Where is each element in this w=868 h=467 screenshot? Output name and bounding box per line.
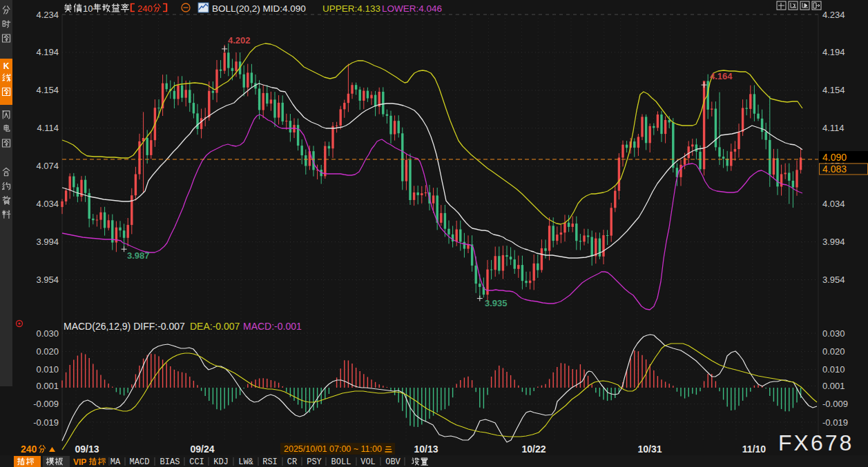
svg-text:09/13: 09/13 [75,444,99,455]
svg-text:MACD: MACD [130,457,150,467]
svg-text:4.164: 4.164 [710,71,733,81]
svg-text:MA: MA [110,457,121,467]
svg-text:11/10: 11/10 [742,444,766,455]
svg-text:3.954: 3.954 [36,275,59,285]
svg-text:4.114: 4.114 [37,123,59,133]
svg-text:BIAS: BIAS [160,457,180,467]
svg-text:UPPER:4.133: UPPER:4.133 [322,3,380,14]
svg-text:4.034: 4.034 [822,199,845,209]
svg-text:PSY: PSY [307,457,322,467]
svg-text:10/13: 10/13 [414,444,438,455]
svg-text:4.154: 4.154 [36,85,59,95]
svg-text:240: 240 [21,444,37,455]
svg-text:LOWER:4.046: LOWER:4.046 [382,3,442,14]
svg-text:-0.009: -0.009 [822,399,848,409]
svg-text:4.154: 4.154 [822,85,845,95]
svg-text:-0.019: -0.019 [822,417,848,428]
svg-text:3.994: 3.994 [822,237,845,247]
svg-text:BOLL(20,2) MID:4.090: BOLL(20,2) MID:4.090 [212,3,306,14]
svg-text:09/24: 09/24 [190,444,214,455]
svg-text:VOL: VOL [360,457,376,467]
svg-text:4.194: 4.194 [822,47,845,57]
svg-text:0.020: 0.020 [822,346,845,357]
svg-text:MACD(26,12,9) DIFF:-0.007: MACD(26,12,9) DIFF:-0.007 [64,321,185,332]
svg-text:4.114: 4.114 [822,123,845,133]
svg-text:0.020: 0.020 [36,346,59,357]
svg-text:4.234: 4.234 [36,10,59,20]
svg-text:CCI: CCI [189,457,204,467]
svg-text:-0.019: -0.019 [33,417,59,428]
svg-text:4.194: 4.194 [36,47,59,57]
svg-text:VIP: VIP [73,457,86,467]
svg-text:0.010: 0.010 [36,364,59,375]
svg-text:0.030: 0.030 [36,328,59,339]
svg-text:0.010: 0.010 [822,364,845,375]
svg-text:3.994: 3.994 [36,237,59,247]
svg-text:FX678: FX678 [778,430,853,455]
svg-text:2025/10/01 07:00 ~ 11:00: 2025/10/01 07:00 ~ 11:00 [284,444,382,454]
svg-text:4.202: 4.202 [228,35,251,46]
svg-text:240: 240 [137,3,153,14]
svg-text:3.987: 3.987 [127,250,150,261]
svg-text:0.001: 0.001 [822,381,845,391]
svg-text:4.090: 4.090 [822,152,847,163]
svg-text:KDJ: KDJ [213,457,229,467]
svg-text:3.935: 3.935 [485,298,508,308]
svg-text:4.074: 4.074 [36,161,59,171]
svg-text:K: K [3,61,10,71]
svg-text:0.001: 0.001 [36,381,59,391]
svg-text:4.083: 4.083 [822,163,847,175]
svg-text:CR: CR [287,457,297,467]
svg-text:3.954: 3.954 [822,275,845,285]
svg-text:10/22: 10/22 [521,444,546,455]
svg-text:0.030: 0.030 [822,328,845,339]
svg-text:OBV: OBV [385,457,401,467]
svg-text:BOLL: BOLL [331,457,351,467]
svg-text:4.234: 4.234 [822,10,845,20]
svg-text:4.034: 4.034 [36,199,59,209]
svg-text:-0.009: -0.009 [33,399,59,409]
svg-text:DEA:-0.007: DEA:-0.007 [190,321,240,332]
svg-text:RSI: RSI [262,457,278,467]
svg-text:10: 10 [83,3,93,14]
svg-text:10/31: 10/31 [637,444,662,455]
svg-text:MACD:-0.001: MACD:-0.001 [243,321,302,332]
svg-text:LW&: LW& [238,457,253,467]
